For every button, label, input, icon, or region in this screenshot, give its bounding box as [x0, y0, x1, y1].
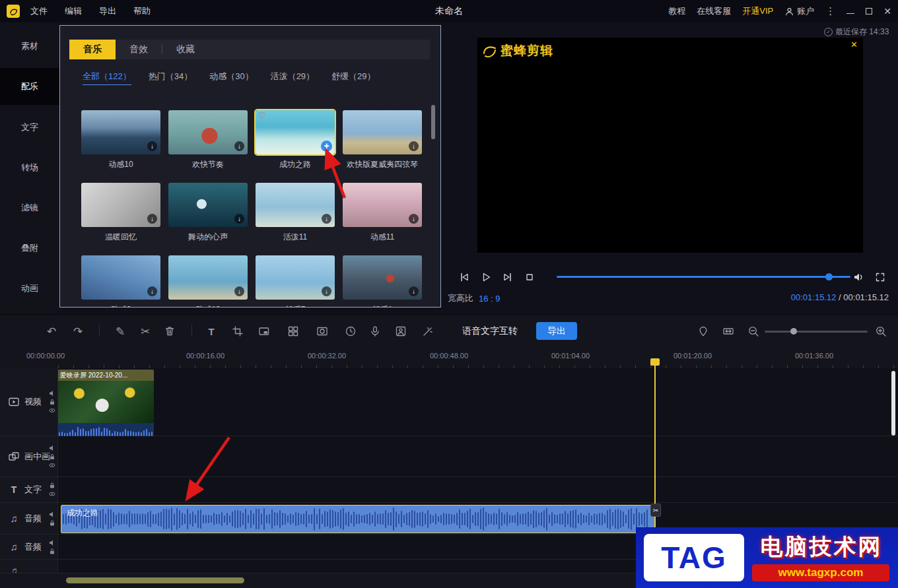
music-thumbnail[interactable]: ↓	[168, 255, 248, 300]
music-thumbnail[interactable]: ↓	[343, 255, 422, 300]
maximize-button[interactable]	[866, 8, 872, 15]
next-frame-button[interactable]	[501, 270, 515, 284]
music-item[interactable]: ↓ 舒缓7	[256, 255, 335, 308]
lock-icon[interactable]	[49, 399, 55, 405]
music-thumbnail[interactable]: ↓	[168, 183, 248, 227]
track-text[interactable]: T 文字	[0, 477, 898, 503]
music-thumbnail[interactable]: ↓	[343, 183, 422, 227]
fullscreen-icon[interactable]	[873, 270, 887, 284]
crop-icon[interactable]	[230, 323, 246, 339]
download-icon[interactable]: ↓	[322, 286, 331, 296]
music-item[interactable]: ↓ 动感13	[168, 255, 248, 308]
split-screen-icon[interactable]	[285, 323, 301, 339]
pip-icon[interactable]	[256, 323, 272, 339]
music-item[interactable]: ↓ 温暖回忆	[81, 183, 160, 243]
redo-icon[interactable]: ↷	[70, 323, 86, 339]
lock-icon[interactable]	[49, 519, 55, 526]
vip-button[interactable]: 开通VIP	[742, 5, 773, 17]
speech-text-button[interactable]: 语音文字互转	[462, 323, 518, 340]
category-dynamic[interactable]: 动感（30）	[209, 71, 253, 85]
music-item[interactable]: ↓ 动感11	[343, 183, 422, 243]
add-to-timeline-icon[interactable]: +	[321, 141, 332, 152]
track-controls[interactable]	[49, 482, 55, 498]
delete-trash-icon[interactable]	[162, 323, 178, 339]
music-thumbnail[interactable]: ♡ +	[256, 110, 335, 154]
menu-export[interactable]: 导出	[99, 5, 116, 17]
timeline-zoom-slider[interactable]	[765, 331, 868, 333]
music-thumbnail[interactable]: ↓	[168, 110, 248, 154]
speed-clock-icon[interactable]	[343, 323, 359, 339]
download-icon[interactable]: ↓	[147, 286, 157, 296]
mute-icon[interactable]	[49, 445, 55, 451]
tab-music[interactable]: 音乐	[69, 40, 116, 59]
mute-icon[interactable]	[49, 390, 55, 397]
tracks-vertical-scrollbar[interactable]	[891, 371, 895, 436]
music-item[interactable]: ↓ 欢快节奏	[168, 110, 248, 170]
timeline-ruler[interactable]: 00:00:00.00 00:00:16.00 00:00:32.00 00:0…	[0, 348, 898, 368]
category-soothing[interactable]: 舒缓（29）	[331, 71, 375, 85]
panel-scrollbar[interactable]	[431, 105, 435, 300]
support-link[interactable]: 在线客服	[697, 5, 731, 17]
menu-help[interactable]: 帮助	[133, 5, 151, 17]
tutorial-link[interactable]: 教程	[668, 5, 685, 17]
tab-sound-effects[interactable]: 音效	[116, 40, 162, 59]
music-thumbnail[interactable]: ↓	[81, 255, 160, 300]
visibility-icon[interactable]	[49, 407, 55, 414]
track-controls[interactable]	[49, 511, 55, 526]
lock-icon[interactable]	[49, 453, 55, 460]
menu-file[interactable]: 文件	[30, 5, 48, 17]
visibility-icon[interactable]	[49, 462, 55, 469]
download-icon[interactable]: ↓	[322, 214, 331, 224]
music-thumbnail[interactable]: ↓	[343, 110, 422, 154]
mute-icon[interactable]	[49, 539, 55, 546]
heart-icon[interactable]: ♡	[258, 111, 266, 121]
sidebar-item-text[interactable]: 文字	[0, 109, 59, 146]
preview-progress-knob[interactable]	[825, 273, 833, 280]
tab-favorites[interactable]: 收藏	[162, 40, 209, 59]
sidebar-item-transition[interactable]: 转场	[0, 149, 59, 186]
music-item-selected[interactable]: ♡ + 成功之路	[256, 110, 335, 170]
sidebar-item-material[interactable]: 素材	[0, 28, 59, 65]
mute-icon[interactable]	[49, 511, 55, 517]
music-item[interactable]: ↓ 舞动的心声	[168, 183, 248, 243]
marker-icon[interactable]	[695, 323, 711, 339]
prev-frame-button[interactable]	[457, 270, 471, 284]
menu-edit[interactable]: 编辑	[65, 5, 82, 17]
download-icon[interactable]: ↓	[409, 214, 419, 224]
category-lively[interactable]: 活泼（29）	[271, 71, 314, 85]
download-icon[interactable]: ↓	[234, 214, 244, 224]
stop-button[interactable]	[522, 270, 537, 284]
sidebar-item-overlay[interactable]: 叠附	[0, 230, 59, 267]
mask-icon[interactable]	[314, 323, 330, 339]
music-thumbnail[interactable]: ↓	[81, 110, 160, 154]
sidebar-item-filter[interactable]: 滤镜	[0, 189, 59, 226]
download-icon[interactable]: ↓	[147, 141, 157, 151]
audio-trim-handle[interactable]: ✂	[650, 504, 661, 517]
music-item[interactable]: ↓ 欢快版夏威夷四弦琴	[343, 110, 422, 170]
preview-close-icon[interactable]: ✕	[850, 40, 858, 49]
split-scissors-icon[interactable]: ✂	[137, 323, 153, 339]
timeline-zoom-handle[interactable]	[790, 328, 797, 335]
aspect-ratio-value[interactable]: 16 : 9	[479, 294, 501, 304]
music-item[interactable]: ↓ 活泼11	[256, 183, 335, 243]
video-clip[interactable]: 爱映录屏 2022-10-20...	[58, 370, 154, 436]
track-controls[interactable]	[49, 390, 55, 414]
download-icon[interactable]: ↓	[147, 214, 157, 224]
aspect-ratio[interactable]: 宽高比 16 : 9	[448, 292, 501, 304]
visibility-icon[interactable]	[49, 491, 55, 498]
download-icon[interactable]: ↓	[234, 141, 244, 151]
add-text-icon[interactable]: T	[203, 323, 219, 339]
music-item[interactable]: ↓ 舒缓1	[343, 255, 422, 308]
account-button[interactable]: 账户	[784, 5, 814, 17]
download-icon[interactable]: ↓	[409, 141, 419, 151]
timeline-hscrollbar-thumb[interactable]	[66, 577, 244, 583]
music-item[interactable]: ↓ 动感10	[81, 110, 160, 170]
fit-timeline-icon[interactable]	[720, 323, 736, 339]
music-item[interactable]: ↓ 动感9	[81, 255, 160, 308]
chroma-key-icon[interactable]	[420, 323, 436, 339]
zoom-in-icon[interactable]	[873, 323, 889, 339]
more-menu-icon[interactable]: ⋮	[825, 5, 835, 17]
play-button[interactable]	[479, 270, 493, 284]
lock-icon[interactable]	[49, 548, 55, 554]
track-controls[interactable]	[49, 445, 55, 469]
